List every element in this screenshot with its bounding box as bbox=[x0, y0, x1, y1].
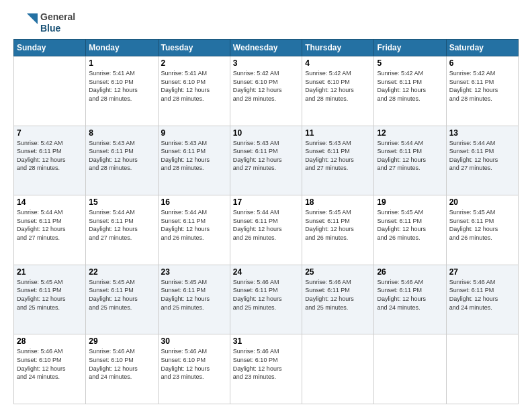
day-number: 3 bbox=[233, 58, 299, 68]
day-number: 2 bbox=[161, 58, 227, 68]
day-header-monday: Monday bbox=[86, 40, 158, 56]
week-row-1: 1Sunrise: 5:41 AM Sunset: 6:10 PM Daylig… bbox=[14, 56, 519, 126]
day-info: Sunrise: 5:44 AM Sunset: 6:11 PM Dayligh… bbox=[377, 139, 443, 173]
day-number: 16 bbox=[161, 197, 227, 207]
day-info: Sunrise: 5:46 AM Sunset: 6:10 PM Dayligh… bbox=[233, 347, 299, 381]
calendar-cell: 7Sunrise: 5:42 AM Sunset: 6:11 PM Daylig… bbox=[14, 126, 86, 195]
day-header-thursday: Thursday bbox=[302, 40, 374, 56]
calendar-cell: 3Sunrise: 5:42 AM Sunset: 6:10 PM Daylig… bbox=[230, 56, 302, 126]
day-header-wednesday: Wednesday bbox=[230, 40, 302, 56]
day-number: 12 bbox=[377, 128, 443, 138]
day-info: Sunrise: 5:43 AM Sunset: 6:11 PM Dayligh… bbox=[89, 139, 154, 173]
day-number: 11 bbox=[305, 128, 371, 138]
calendar-cell bbox=[14, 56, 86, 126]
day-header-saturday: Saturday bbox=[446, 40, 518, 56]
day-number: 17 bbox=[233, 197, 299, 207]
day-number: 20 bbox=[449, 197, 515, 207]
day-number: 4 bbox=[305, 58, 371, 68]
day-info: Sunrise: 5:46 AM Sunset: 6:10 PM Dayligh… bbox=[89, 347, 154, 381]
day-info: Sunrise: 5:45 AM Sunset: 6:11 PM Dayligh… bbox=[89, 278, 154, 312]
day-number: 29 bbox=[89, 336, 154, 346]
day-info: Sunrise: 5:46 AM Sunset: 6:10 PM Dayligh… bbox=[161, 347, 227, 381]
day-header-tuesday: Tuesday bbox=[158, 40, 230, 56]
calendar-cell: 30Sunrise: 5:46 AM Sunset: 6:10 PM Dayli… bbox=[158, 334, 230, 404]
calendar-cell: 28Sunrise: 5:46 AM Sunset: 6:10 PM Dayli… bbox=[14, 334, 86, 404]
calendar-cell: 21Sunrise: 5:45 AM Sunset: 6:11 PM Dayli… bbox=[14, 265, 86, 334]
day-info: Sunrise: 5:43 AM Sunset: 6:11 PM Dayligh… bbox=[233, 139, 299, 173]
calendar-cell bbox=[302, 334, 374, 404]
calendar-header-row: SundayMondayTuesdayWednesdayThursdayFrid… bbox=[14, 40, 519, 56]
calendar-cell: 15Sunrise: 5:44 AM Sunset: 6:11 PM Dayli… bbox=[86, 195, 158, 265]
day-number: 22 bbox=[89, 267, 154, 277]
page: GeneralBlue SundayMondayTuesdayWednesday… bbox=[0, 0, 532, 411]
day-info: Sunrise: 5:46 AM Sunset: 6:11 PM Dayligh… bbox=[305, 278, 371, 312]
day-number: 21 bbox=[17, 267, 83, 277]
day-number: 13 bbox=[449, 128, 515, 138]
day-info: Sunrise: 5:42 AM Sunset: 6:11 PM Dayligh… bbox=[377, 69, 443, 103]
day-number: 8 bbox=[89, 128, 154, 138]
day-number: 23 bbox=[161, 267, 227, 277]
logo-icon bbox=[13, 11, 38, 35]
day-number: 6 bbox=[449, 58, 515, 68]
calendar-cell: 22Sunrise: 5:45 AM Sunset: 6:11 PM Dayli… bbox=[86, 265, 158, 334]
calendar-cell bbox=[374, 334, 446, 404]
day-info: Sunrise: 5:46 AM Sunset: 6:11 PM Dayligh… bbox=[449, 278, 515, 312]
day-number: 27 bbox=[449, 267, 515, 277]
calendar-cell: 4Sunrise: 5:42 AM Sunset: 6:10 PM Daylig… bbox=[302, 56, 374, 126]
header: GeneralBlue bbox=[13, 11, 519, 35]
logo-general: General bbox=[40, 11, 75, 23]
calendar-cell: 12Sunrise: 5:44 AM Sunset: 6:11 PM Dayli… bbox=[374, 126, 446, 195]
calendar-cell: 24Sunrise: 5:46 AM Sunset: 6:11 PM Dayli… bbox=[230, 265, 302, 334]
calendar-cell: 11Sunrise: 5:43 AM Sunset: 6:11 PM Dayli… bbox=[302, 126, 374, 195]
calendar-cell: 26Sunrise: 5:46 AM Sunset: 6:11 PM Dayli… bbox=[374, 265, 446, 334]
day-number: 19 bbox=[377, 197, 443, 207]
calendar-cell: 19Sunrise: 5:45 AM Sunset: 6:11 PM Dayli… bbox=[374, 195, 446, 265]
day-info: Sunrise: 5:42 AM Sunset: 6:10 PM Dayligh… bbox=[305, 69, 371, 103]
day-info: Sunrise: 5:44 AM Sunset: 6:11 PM Dayligh… bbox=[161, 208, 227, 242]
day-number: 9 bbox=[161, 128, 227, 138]
day-info: Sunrise: 5:45 AM Sunset: 6:11 PM Dayligh… bbox=[161, 278, 227, 312]
day-info: Sunrise: 5:41 AM Sunset: 6:10 PM Dayligh… bbox=[89, 69, 154, 103]
day-info: Sunrise: 5:45 AM Sunset: 6:11 PM Dayligh… bbox=[17, 278, 83, 312]
calendar-cell: 31Sunrise: 5:46 AM Sunset: 6:10 PM Dayli… bbox=[230, 334, 302, 404]
day-number: 15 bbox=[89, 197, 154, 207]
calendar-cell: 9Sunrise: 5:43 AM Sunset: 6:11 PM Daylig… bbox=[158, 126, 230, 195]
day-info: Sunrise: 5:46 AM Sunset: 6:11 PM Dayligh… bbox=[377, 278, 443, 312]
calendar-cell: 1Sunrise: 5:41 AM Sunset: 6:10 PM Daylig… bbox=[86, 56, 158, 126]
calendar-cell: 18Sunrise: 5:45 AM Sunset: 6:11 PM Dayli… bbox=[302, 195, 374, 265]
calendar-cell: 6Sunrise: 5:42 AM Sunset: 6:11 PM Daylig… bbox=[446, 56, 518, 126]
calendar-cell: 10Sunrise: 5:43 AM Sunset: 6:11 PM Dayli… bbox=[230, 126, 302, 195]
day-number: 25 bbox=[305, 267, 371, 277]
calendar-cell: 5Sunrise: 5:42 AM Sunset: 6:11 PM Daylig… bbox=[374, 56, 446, 126]
calendar-cell bbox=[446, 334, 518, 404]
calendar-table: SundayMondayTuesdayWednesdayThursdayFrid… bbox=[13, 39, 519, 404]
day-info: Sunrise: 5:45 AM Sunset: 6:11 PM Dayligh… bbox=[305, 208, 371, 242]
day-number: 5 bbox=[377, 58, 443, 68]
day-info: Sunrise: 5:42 AM Sunset: 6:11 PM Dayligh… bbox=[449, 69, 515, 103]
day-number: 30 bbox=[161, 336, 227, 346]
day-number: 7 bbox=[17, 128, 83, 138]
day-info: Sunrise: 5:44 AM Sunset: 6:11 PM Dayligh… bbox=[17, 208, 83, 242]
day-number: 18 bbox=[305, 197, 371, 207]
day-header-sunday: Sunday bbox=[14, 40, 86, 56]
week-row-5: 28Sunrise: 5:46 AM Sunset: 6:10 PM Dayli… bbox=[14, 334, 519, 404]
calendar-cell: 20Sunrise: 5:45 AM Sunset: 6:11 PM Dayli… bbox=[446, 195, 518, 265]
day-header-friday: Friday bbox=[374, 40, 446, 56]
day-number: 24 bbox=[233, 267, 299, 277]
logo: GeneralBlue bbox=[13, 11, 75, 35]
calendar-cell: 16Sunrise: 5:44 AM Sunset: 6:11 PM Dayli… bbox=[158, 195, 230, 265]
calendar-cell: 17Sunrise: 5:44 AM Sunset: 6:11 PM Dayli… bbox=[230, 195, 302, 265]
day-info: Sunrise: 5:43 AM Sunset: 6:11 PM Dayligh… bbox=[305, 139, 371, 173]
week-row-3: 14Sunrise: 5:44 AM Sunset: 6:11 PM Dayli… bbox=[14, 195, 519, 265]
day-info: Sunrise: 5:42 AM Sunset: 6:11 PM Dayligh… bbox=[17, 139, 83, 173]
day-info: Sunrise: 5:44 AM Sunset: 6:11 PM Dayligh… bbox=[233, 208, 299, 242]
calendar-cell: 25Sunrise: 5:46 AM Sunset: 6:11 PM Dayli… bbox=[302, 265, 374, 334]
week-row-2: 7Sunrise: 5:42 AM Sunset: 6:11 PM Daylig… bbox=[14, 126, 519, 195]
day-info: Sunrise: 5:45 AM Sunset: 6:11 PM Dayligh… bbox=[377, 208, 443, 242]
day-info: Sunrise: 5:42 AM Sunset: 6:10 PM Dayligh… bbox=[233, 69, 299, 103]
logo-blue: Blue bbox=[40, 23, 75, 34]
day-number: 28 bbox=[17, 336, 83, 346]
day-info: Sunrise: 5:43 AM Sunset: 6:11 PM Dayligh… bbox=[161, 139, 227, 173]
day-info: Sunrise: 5:45 AM Sunset: 6:11 PM Dayligh… bbox=[449, 208, 515, 242]
day-number: 31 bbox=[233, 336, 299, 346]
